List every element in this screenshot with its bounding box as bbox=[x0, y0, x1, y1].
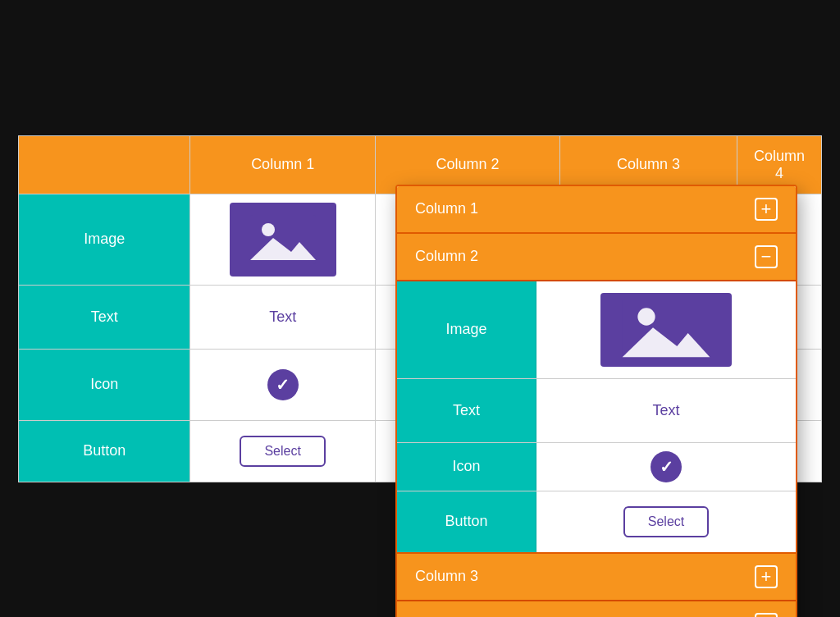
overlay-panel: Column 1 + Column 2 − Image bbox=[395, 185, 797, 618]
overlay-col2-minus-icon[interactable]: − bbox=[755, 245, 778, 268]
col1-header: Column 1 bbox=[190, 135, 375, 194]
overlay-col3-footer[interactable]: Column 3 + bbox=[397, 552, 796, 600]
overlay-text-value: Text bbox=[652, 387, 679, 434]
row-label-text: Text bbox=[19, 285, 190, 349]
cell-image-col1 bbox=[190, 194, 375, 285]
svg-point-7 bbox=[637, 308, 655, 325]
cell-text-col1: Text bbox=[190, 285, 375, 349]
overlay-label-button: Button bbox=[397, 491, 536, 552]
overlay-row-image: Image bbox=[397, 281, 796, 379]
row-label-icon: Icon bbox=[19, 349, 190, 420]
overlay-row-button: Button Select bbox=[397, 491, 796, 552]
overlay-data-button: Select bbox=[536, 491, 796, 552]
image-placeholder-1 bbox=[230, 203, 336, 277]
image-icon-1 bbox=[250, 215, 316, 264]
overlay-col4-footer[interactable]: Column 4 + bbox=[397, 600, 796, 618]
overlay-label-icon: Icon bbox=[397, 443, 536, 491]
overlay-col1-plus-icon[interactable]: + bbox=[755, 198, 778, 221]
empty-header bbox=[19, 135, 190, 194]
overlay-data-icon bbox=[536, 443, 796, 491]
icon-col1 bbox=[199, 358, 366, 412]
cell-icon-col1 bbox=[190, 349, 375, 420]
overlay-col3-plus-icon[interactable]: + bbox=[755, 565, 778, 588]
overlay-content: Image Text bbox=[397, 281, 796, 552]
overlay-label-image: Image bbox=[397, 281, 536, 378]
select-button-col1[interactable]: Select bbox=[240, 436, 325, 467]
overlay-select-button[interactable]: Select bbox=[623, 506, 709, 537]
overlay-col2-header[interactable]: Column 2 − bbox=[397, 234, 796, 281]
row-label-button: Button bbox=[19, 420, 190, 482]
overlay-col1-header[interactable]: Column 1 + bbox=[397, 186, 796, 234]
svg-point-1 bbox=[262, 223, 275, 236]
main-container: Column 1 Column 2 Column 3 Column 4 Imag… bbox=[18, 135, 822, 482]
overlay-row-icon: Icon bbox=[397, 443, 796, 491]
overlay-label-text: Text bbox=[397, 379, 536, 442]
overlay-data-text: Text bbox=[536, 379, 796, 442]
text-value-col1: Text bbox=[199, 294, 366, 340]
overlay-image-icon bbox=[609, 297, 724, 363]
check-icon-col1 bbox=[267, 369, 299, 400]
overlay-col4-plus-icon[interactable]: + bbox=[755, 613, 778, 618]
overlay-image-placeholder bbox=[600, 293, 732, 367]
overlay-col3-label: Column 3 bbox=[415, 568, 478, 585]
overlay-col2-label: Column 2 bbox=[415, 248, 478, 265]
row-label-image: Image bbox=[19, 194, 190, 285]
overlay-row-text: Text Text bbox=[397, 379, 796, 443]
overlay-data-image bbox=[536, 281, 796, 378]
overlay-col1-label: Column 1 bbox=[415, 200, 478, 217]
cell-button-col1: Select bbox=[190, 420, 375, 482]
overlay-check-icon bbox=[651, 451, 682, 482]
